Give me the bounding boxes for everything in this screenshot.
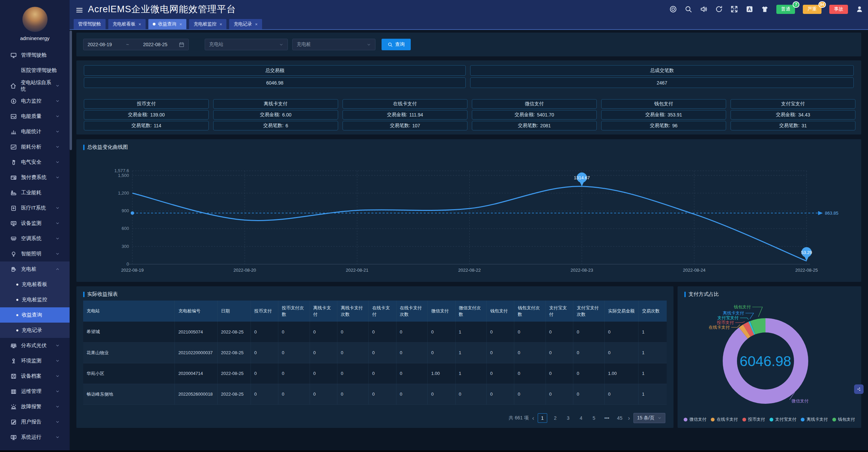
tab-充电桩监控[interactable]: 充电桩监控× bbox=[189, 19, 226, 29]
refresh-icon[interactable] bbox=[715, 5, 723, 13]
chevron-down-icon bbox=[54, 84, 61, 88]
sidebar-item-工业能耗[interactable]: 工业能耗 bbox=[0, 185, 70, 200]
legend-item-离线卡支付[interactable]: 离线卡支付 bbox=[801, 417, 828, 422]
count-label: 交易笔数: bbox=[390, 123, 410, 129]
table-cell: 0 bbox=[278, 322, 310, 342]
username: adminenergy bbox=[0, 35, 70, 41]
page-number-1[interactable]: 1 bbox=[538, 413, 547, 423]
sidebar-item-运维管理[interactable]: 运维管理 bbox=[0, 384, 70, 399]
column-header-在线卡支付次数: 在线卡支付次数 bbox=[396, 301, 427, 322]
table-cell: 1 bbox=[639, 363, 667, 384]
payment-card-在线卡支付: 在线卡支付交易金额:111.94交易笔数:107 bbox=[343, 99, 467, 130]
table-cell: 1 bbox=[639, 384, 667, 404]
sidebar-item-故障报警[interactable]: 故障报警 bbox=[0, 399, 70, 414]
table-cell: 1 bbox=[639, 322, 667, 342]
sidebar-item-收益查询[interactable]: 收益查询 bbox=[0, 307, 70, 323]
sidebar-item-充电桩监控[interactable]: 充电桩监控 bbox=[0, 292, 70, 307]
expand-icon[interactable] bbox=[731, 5, 738, 13]
sidebar-item-label: 运维管理 bbox=[21, 388, 41, 395]
table-row[interactable]: 华苑小区20200047142022-08-250000001.00100001… bbox=[83, 363, 667, 384]
page-number-2[interactable]: 2 bbox=[551, 413, 560, 423]
count-value: 6 bbox=[285, 123, 288, 128]
sidebar-item-充电桩看板[interactable]: 充电桩看板 bbox=[0, 277, 70, 292]
speaker-icon[interactable] bbox=[700, 5, 707, 13]
sidebar-item-设备档案[interactable]: 设备档案 bbox=[0, 368, 70, 384]
column-header-支付宝支付次数: 支付宝支付次数 bbox=[573, 301, 604, 322]
tab-充电记录[interactable]: 充电记录× bbox=[229, 19, 262, 29]
target-icon[interactable] bbox=[669, 5, 677, 13]
legend-item-支付宝支付[interactable]: 支付宝支付 bbox=[770, 417, 797, 422]
page-number-5[interactable]: 5 bbox=[589, 413, 599, 423]
payment-card-amount: 交易金额:111.94 bbox=[343, 110, 467, 120]
alarm-pill-严重[interactable]: 严重84 bbox=[803, 5, 821, 14]
close-icon[interactable]: × bbox=[255, 22, 258, 27]
close-icon[interactable]: × bbox=[180, 22, 182, 27]
legend-item-投币支付[interactable]: 投币支付 bbox=[742, 417, 765, 422]
legend-item-钱包支付[interactable]: 钱包支付 bbox=[832, 417, 855, 422]
payment-card-投币支付: 投币支付交易金额:139.00交易笔数:114 bbox=[84, 99, 209, 130]
average-line-arrow bbox=[818, 211, 823, 215]
table-cell: 0 bbox=[573, 342, 604, 363]
amount-value: 5401.70 bbox=[537, 112, 554, 117]
sidebar-item-智能照明[interactable]: 智能照明 bbox=[0, 246, 70, 261]
table-row[interactable]: 畅达峰东侧地202205260000182022-08-250000000000… bbox=[83, 384, 667, 404]
query-button[interactable]: 查询 bbox=[382, 39, 411, 50]
sidebar-item-变电站综自系统[interactable]: 变电站综自系统 bbox=[0, 78, 70, 93]
search-icon[interactable] bbox=[685, 5, 692, 13]
sidebar-item-电能质量[interactable]: 电能质量 bbox=[0, 109, 70, 124]
sidebar-item-分布式光伏[interactable]: 分布式光伏 bbox=[0, 338, 70, 353]
date-start: 2022-08-19 bbox=[88, 42, 112, 47]
shirt-icon[interactable] bbox=[761, 5, 769, 13]
title-accent-bar bbox=[83, 145, 85, 150]
date-range-input[interactable]: 2022-08-19 ~ 2022-08-25 bbox=[83, 39, 189, 50]
sidebar-item-电力监控[interactable]: 电力监控 bbox=[0, 93, 70, 109]
settings-slider-button[interactable] bbox=[854, 384, 864, 394]
translate-icon[interactable]: A bbox=[746, 5, 753, 13]
page-size-select[interactable]: 15 条/页 bbox=[633, 413, 665, 423]
callout-label: 钱包支付 bbox=[734, 305, 751, 309]
sidebar-item-充电桩[interactable]: 充电桩 bbox=[0, 261, 70, 277]
sidebar-item-电能统计[interactable]: 电能统计 bbox=[0, 124, 70, 139]
sidebar-item-充电记录[interactable]: 充电记录 bbox=[0, 323, 70, 338]
sidebar-item-电气安全[interactable]: 电气安全 bbox=[0, 155, 70, 170]
menu-icon[interactable] bbox=[76, 7, 83, 14]
sidebar-item-医院管理驾驶舱[interactable]: 医院管理驾驶舱 bbox=[0, 63, 70, 78]
sidebar-item-医疗IT系统[interactable]: 医疗IT系统 bbox=[0, 200, 70, 216]
close-icon[interactable]: × bbox=[220, 22, 222, 27]
tab-收益查询[interactable]: 收益查询× bbox=[148, 19, 187, 29]
legend-item-在线卡支付[interactable]: 在线卡支付 bbox=[711, 417, 738, 422]
next-page-icon[interactable]: › bbox=[628, 415, 630, 422]
sidebar-item-设备监测[interactable]: 设备监测 bbox=[0, 216, 70, 231]
chevron-down-icon bbox=[54, 359, 61, 363]
page-number-45[interactable]: 45 bbox=[615, 413, 625, 423]
table-cell: 20220526000018 bbox=[175, 384, 218, 404]
alarm-pill-事故[interactable]: 事故 bbox=[829, 5, 848, 14]
table-row[interactable]: 花果山物业202102200000372022-08-2500000001000… bbox=[83, 342, 667, 363]
column-header-充电站: 充电站 bbox=[83, 301, 175, 322]
sidebar-item-用户报告[interactable]: 用户报告 bbox=[0, 414, 70, 430]
close-icon[interactable]: × bbox=[138, 22, 141, 27]
column-header-钱包支付次数: 钱包支付次数 bbox=[514, 301, 546, 322]
sidebar-item-管理驾驶舱[interactable]: 管理驾驶舱 bbox=[0, 48, 70, 63]
legend-item-微信支付[interactable]: 微信支付 bbox=[684, 417, 706, 422]
content-scrollbar-thumb[interactable] bbox=[70, 31, 72, 150]
table-row[interactable]: 希望城20210050742022-08-2500000001000001 bbox=[83, 322, 667, 342]
station-select[interactable]: 充电站 bbox=[205, 39, 288, 50]
page-number-4[interactable]: 4 bbox=[576, 413, 586, 423]
table-cell: 0 bbox=[486, 322, 514, 342]
sidebar-item-label: 工业能耗 bbox=[21, 189, 41, 196]
count-label: 交易笔数: bbox=[779, 123, 799, 129]
sidebar-item-环境监测[interactable]: 环境监测 bbox=[0, 353, 70, 368]
alarm-pill-普通[interactable]: 普通7 bbox=[776, 5, 795, 14]
user-icon[interactable] bbox=[856, 5, 863, 13]
sidebar-item-预付费系统[interactable]: 预付费系统 bbox=[0, 170, 70, 185]
tab-充电桩看板[interactable]: 充电桩看板× bbox=[108, 19, 146, 29]
tab-管理驾驶舱[interactable]: 管理驾驶舱 bbox=[74, 19, 106, 29]
payment-card-count: 交易笔数:114 bbox=[84, 121, 209, 130]
prev-page-icon[interactable]: ‹ bbox=[532, 415, 534, 422]
sidebar-item-能耗分析[interactable]: 能耗分析 bbox=[0, 139, 70, 155]
page-number-3[interactable]: 3 bbox=[564, 413, 573, 423]
sidebar-item-空调系统[interactable]: 空调系统 bbox=[0, 231, 70, 246]
sidebar-item-系统运行[interactable]: 系统运行 bbox=[0, 430, 70, 445]
pile-select[interactable]: 充电桩 bbox=[292, 39, 375, 50]
